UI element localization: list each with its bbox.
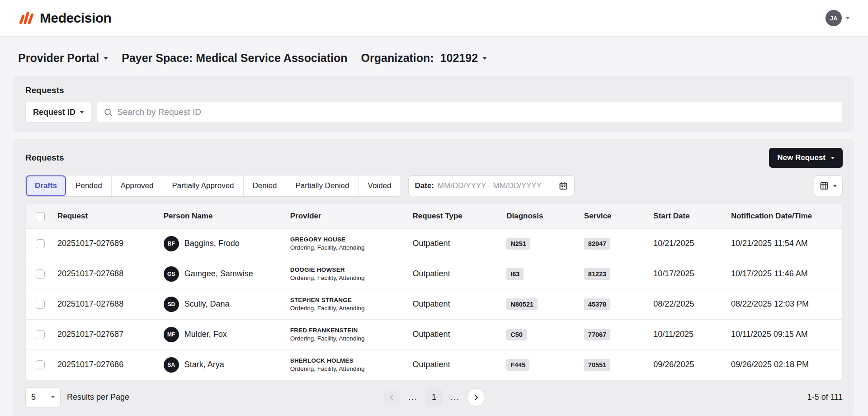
provider-name: FRED FRANKENSTEIN (290, 327, 402, 334)
request-id-cell: 20251017-027687 (52, 319, 158, 350)
pagination-ellipsis: ... (450, 392, 460, 402)
request-type-cell: Outpatient (407, 350, 501, 380)
row-checkbox[interactable] (36, 269, 45, 279)
row-checkbox[interactable] (36, 300, 45, 309)
tab-partially-approved[interactable]: Partially Approved (163, 175, 243, 196)
new-request-button[interactable]: New Request (769, 148, 843, 168)
brand-name: Medecision (40, 10, 111, 26)
grid-columns-icon (820, 181, 829, 190)
table-footer: 5 Results per Page ... 1 ... 1-5 of 111 (25, 380, 843, 407)
search-panel-title: Requests (25, 85, 843, 95)
provider-portal-label: Provider Portal (18, 52, 99, 65)
diagnosis-badge: N80521 (506, 298, 538, 310)
requests-table: Request Person Name Provider Request Typ… (25, 204, 843, 380)
notification-cell: 10/11/2025 09:15 AM (726, 319, 842, 350)
table-row[interactable]: 20251017-027686 SA Stark, Arya SHERLOCK … (26, 350, 842, 380)
provider-roles: Ordering, Facility, Attending (290, 365, 402, 372)
person-name: Scully, Dana (184, 299, 230, 309)
search-input[interactable] (117, 107, 836, 117)
request-type-cell: Outpatient (407, 319, 501, 350)
tab-drafts[interactable]: Drafts (26, 175, 66, 196)
chevron-down-icon (831, 157, 835, 159)
person-avatar: MF (164, 327, 179, 342)
date-label: Date: (415, 181, 434, 190)
select-all-checkbox[interactable] (36, 212, 45, 221)
top-bar: Medecision JA (0, 0, 868, 36)
person-name: Mulder, Fox (184, 330, 227, 339)
provider-name: DOOGIE HOWSER (290, 266, 402, 273)
date-range-field[interactable]: Date: MM/DD/YYYY - MM/DD/YYYY (408, 175, 575, 196)
row-checkbox[interactable] (36, 330, 45, 339)
column-header-provider: Provider (285, 204, 407, 228)
start-date-cell: 08/22/2025 (648, 289, 726, 319)
column-header-start-date: Start Date (648, 204, 726, 228)
diagnosis-badge: N251 (506, 238, 530, 250)
prev-page-button[interactable] (383, 388, 401, 407)
chevron-right-icon (472, 393, 480, 402)
context-bar: Provider Portal Payer Space: Medical Ser… (0, 36, 868, 76)
diagnosis-badge: F445 (506, 359, 529, 371)
person-avatar: BF (164, 236, 179, 251)
table-header-row: Request Person Name Provider Request Typ… (26, 204, 842, 228)
tab-approved[interactable]: Approved (111, 175, 163, 196)
column-header-diagnosis: Diagnosis (501, 204, 579, 228)
column-settings-button[interactable] (814, 175, 843, 196)
page-1-button[interactable]: 1 (425, 388, 443, 407)
page-size-select[interactable]: 5 (25, 388, 61, 407)
start-date-cell: 10/11/2025 (648, 319, 726, 350)
chevron-left-icon (388, 393, 396, 402)
next-page-button[interactable] (467, 388, 485, 407)
request-type-cell: Outpatient (407, 259, 501, 289)
row-checkbox[interactable] (36, 239, 45, 248)
organization-value: 102192 (440, 52, 478, 65)
requests-panel-title: Requests (25, 153, 64, 163)
chevron-down-icon (80, 111, 84, 113)
organization-dropdown[interactable]: 102192 (440, 52, 487, 65)
request-id-cell: 20251017-027688 (52, 259, 158, 289)
tab-voided[interactable]: Voided (359, 175, 401, 196)
start-date-cell: 10/17/2025 (648, 259, 726, 289)
table-row[interactable]: 20251017-027688 GS Gamgee, Samwise DOOGI… (26, 259, 842, 289)
request-id-cell: 20251017-027689 (52, 228, 158, 259)
search-box[interactable] (97, 102, 843, 123)
person-name: Baggins, Frodo (184, 239, 240, 248)
date-placeholder: MM/DD/YYYY - MM/DD/YYYY (438, 181, 542, 190)
column-header-request: Request (52, 204, 158, 228)
chevron-down-icon (51, 396, 55, 398)
notification-cell: 08/22/2025 12:03 PM (726, 289, 842, 319)
brand-logo: Medecision (18, 10, 111, 26)
medecision-logo-icon (18, 11, 35, 25)
tab-partially-denied[interactable]: Partially Denied (286, 175, 358, 196)
user-menu[interactable]: JA (826, 10, 850, 26)
avatar[interactable]: JA (826, 10, 842, 26)
column-header-notification: Notification Date/Time (726, 204, 842, 228)
payer-space-label: Payer Space: Medical Service Association (122, 52, 347, 65)
search-panel: Requests Request ID (14, 76, 854, 132)
calendar-icon[interactable] (559, 181, 568, 190)
diagnosis-badge: I63 (506, 268, 524, 280)
provider-roles: Ordering, Facility, Attending (290, 305, 402, 312)
start-date-cell: 10/21/2025 (648, 228, 726, 259)
table-row[interactable]: 20251017-027687 MF Mulder, Fox FRED FRAN… (26, 319, 842, 350)
provider-roles: Ordering, Facility, Attending (290, 244, 402, 251)
tab-denied[interactable]: Denied (243, 175, 286, 196)
search-field-selected: Request ID (33, 108, 75, 117)
chevron-down-icon (845, 17, 850, 19)
person-avatar: SA (164, 357, 179, 373)
column-header-person-name: Person Name (158, 204, 285, 228)
pagination-ellipsis: ... (408, 392, 418, 402)
provider-portal-dropdown[interactable]: Provider Portal (18, 52, 108, 65)
table-row[interactable]: 20251017-027688 SD Scully, Dana STEPHEN … (26, 289, 842, 319)
pagination: ... 1 ... (383, 388, 485, 407)
row-checkbox[interactable] (36, 360, 45, 369)
service-badge: 82947 (584, 238, 610, 250)
search-field-dropdown[interactable]: Request ID (25, 102, 91, 123)
notification-cell: 10/21/2025 11:54 AM (726, 228, 842, 259)
chevron-down-icon (482, 57, 487, 60)
chevron-down-icon (833, 185, 837, 187)
service-badge: 70551 (584, 359, 610, 371)
table-row[interactable]: 20251017-027689 BF Baggins, Frodo GREGOR… (26, 228, 842, 259)
search-icon (104, 108, 113, 117)
person-name: Gamgee, Samwise (184, 269, 253, 279)
tab-pended[interactable]: Pended (66, 175, 111, 196)
